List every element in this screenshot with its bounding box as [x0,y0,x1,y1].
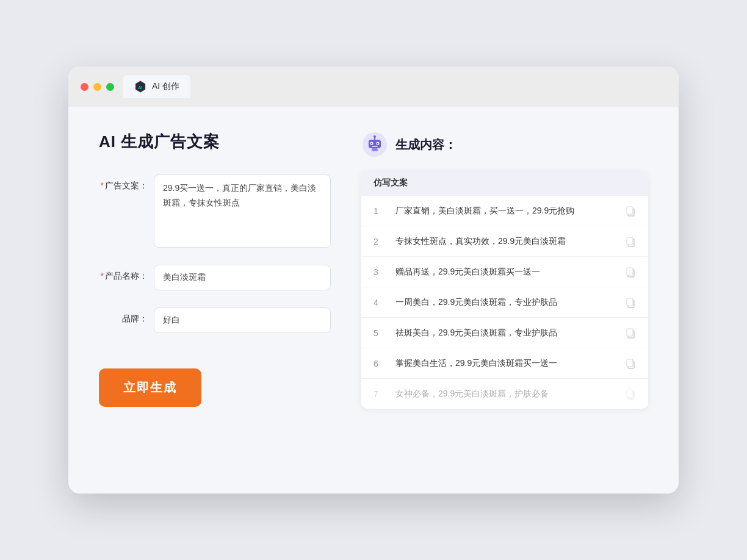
copy-icon[interactable] [625,328,636,339]
result-number: 7 [374,389,386,399]
result-number: 3 [374,267,386,277]
form-row-brand: 品牌： [99,307,331,333]
result-text: 掌握美白生活，29.9元美白淡斑霜买一送一 [395,357,615,370]
result-text: 祛斑美白，29.9元美白淡斑霜，专业护肤品 [395,326,615,339]
result-item: 2 专抹女性斑点，真实功效，29.9元美白淡斑霜 [361,226,648,257]
copy-icon[interactable] [625,389,636,400]
svg-point-10 [374,135,376,138]
result-item: 3 赠品再送，29.9元美白淡斑霜买一送一 [361,257,648,287]
result-number: 1 [374,206,386,216]
result-number: 2 [374,237,386,246]
svg-rect-13 [627,207,633,214]
generate-button[interactable]: 立即生成 [99,368,201,407]
svg-rect-19 [627,298,633,306]
brand-input[interactable] [154,307,331,333]
copy-icon[interactable] [625,267,636,278]
svg-point-6 [371,143,372,144]
svg-rect-23 [627,359,633,367]
svg-point-7 [377,143,378,144]
svg-rect-21 [627,329,633,336]
ai-tab-icon: AI [134,80,147,93]
svg-text:AI: AI [138,85,142,90]
product-name-input[interactable] [154,265,331,290]
maximize-button[interactable] [106,83,114,91]
result-number: 6 [374,359,386,368]
close-button[interactable] [81,83,88,91]
tab-ai-creation[interactable]: AI AI 创作 [123,75,190,98]
right-panel: 生成内容： 仿写文案 1 厂家直销，美白淡斑霜，买一送一，29.9元抢购 2 专… [361,131,648,409]
form-row-product-name: *产品名称： [99,265,331,290]
result-number: 4 [374,298,386,307]
svg-rect-25 [627,390,633,397]
svg-rect-8 [372,146,378,147]
result-table-header: 仿写文案 [361,170,648,196]
svg-rect-11 [372,148,378,151]
result-table: 仿写文案 1 厂家直销，美白淡斑霜，买一送一，29.9元抢购 2 专抹女性斑点，… [361,170,648,409]
copy-icon[interactable] [625,297,636,308]
result-item: 4 一周美白，29.9元美白淡斑霜，专业护肤品 [361,287,648,318]
ad-copy-textarea[interactable]: 29.9买一送一，真正的厂家直销，美白淡斑霜，专抹女性斑点 [154,174,331,248]
result-items-container: 1 厂家直销，美白淡斑霜，买一送一，29.9元抢购 2 专抹女性斑点，真实功效，… [361,196,648,409]
traffic-lights [81,83,114,91]
result-title: 生成内容： [395,137,457,153]
copy-icon[interactable] [625,358,636,369]
result-number: 5 [374,328,386,338]
tab-label: AI 创作 [152,81,179,92]
result-item: 6 掌握美白生活，29.9元美白淡斑霜买一送一 [361,348,648,379]
result-header: 生成内容： [361,131,648,158]
result-text: 厂家直销，美白淡斑霜，买一送一，29.9元抢购 [395,204,615,217]
browser-content: AI 生成广告文案 *广告文案： 29.9买一送一，真正的厂家直销，美白淡斑霜，… [68,107,679,433]
result-text: 专抹女性斑点，真实功效，29.9元美白淡斑霜 [395,235,615,248]
product-name-label: *产品名称： [99,265,148,282]
result-item: 5 祛斑美白，29.9元美白淡斑霜，专业护肤品 [361,318,648,348]
result-text: 一周美白，29.9元美白淡斑霜，专业护肤品 [395,296,615,309]
copy-icon[interactable] [625,206,636,217]
minimize-button[interactable] [93,83,101,91]
result-item: 7 女神必备，29.9元美白淡斑霜，护肤必备 [361,379,648,409]
required-star-1: * [101,181,104,190]
left-panel: AI 生成广告文案 *广告文案： 29.9买一送一，真正的厂家直销，美白淡斑霜，… [99,131,331,409]
result-text: 赠品再送，29.9元美白淡斑霜买一送一 [395,265,615,278]
result-text: 女神必备，29.9元美白淡斑霜，护肤必备 [395,387,615,400]
ad-copy-label: *广告文案： [99,174,148,192]
svg-rect-17 [627,268,633,275]
form-row-ad-copy: *广告文案： 29.9买一送一，真正的厂家直销，美白淡斑霜，专抹女性斑点 [99,174,331,248]
robot-icon [361,131,388,158]
brand-label: 品牌： [99,307,148,325]
page-title: AI 生成广告文案 [99,131,331,153]
required-star-2: * [101,271,104,281]
browser-window: AI AI 创作 AI 生成广告文案 *广告文案： 29.9买一送一，真正的厂家… [68,66,679,494]
result-item: 1 厂家直销，美白淡斑霜，买一送一，29.9元抢购 [361,196,648,226]
svg-rect-15 [627,237,633,245]
copy-icon[interactable] [625,236,636,247]
browser-titlebar: AI AI 创作 [68,66,679,107]
